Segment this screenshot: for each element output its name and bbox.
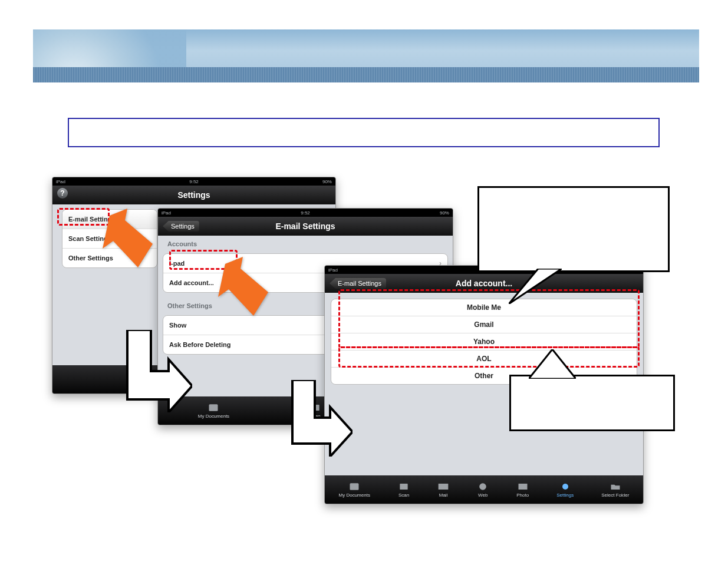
- cell-label: Other: [475, 372, 493, 380]
- tab-label: Select Folder: [601, 492, 629, 498]
- provider-aol[interactable]: AOL: [331, 351, 637, 368]
- globe-icon: [477, 482, 489, 491]
- tab-label: My Documents: [198, 414, 229, 419]
- nav-bar: ? Settings: [52, 186, 335, 204]
- status-device: iPad: [328, 267, 338, 273]
- nav-title: Add account...: [456, 279, 512, 288]
- sidebar-item-other-settings[interactable]: Other Settings: [62, 249, 157, 267]
- svg-point-6: [479, 483, 486, 490]
- svg-rect-2: [311, 405, 319, 411]
- status-time: 9:52: [189, 179, 199, 184]
- back-button[interactable]: E-mail Settings: [330, 278, 386, 289]
- status-bar: iPad 9:52 90%: [52, 177, 335, 186]
- provider-gmail[interactable]: Gmail: [331, 316, 637, 333]
- svg-point-8: [562, 484, 568, 490]
- nav-bar: Settings E-mail Settings: [158, 217, 453, 236]
- cell-label: AOL: [476, 355, 491, 363]
- cell-label: Ask Before Deleting: [169, 341, 231, 348]
- sidebar-item-email-settings[interactable]: E-mail Settings: [62, 210, 157, 229]
- callout-tail-icon: [529, 349, 576, 379]
- folder-icon: [610, 482, 621, 491]
- tab-mail[interactable]: Mail: [437, 482, 449, 498]
- documents-icon: [207, 403, 219, 412]
- help-icon[interactable]: ?: [57, 188, 68, 199]
- tab-photo[interactable]: Photo: [516, 482, 529, 498]
- section-header-accounts: Accounts: [158, 236, 453, 249]
- svg-rect-5: [439, 484, 449, 490]
- tab-web[interactable]: Web: [477, 482, 489, 498]
- tab-my-documents[interactable]: My Documents: [339, 482, 370, 498]
- section-title-box: [68, 118, 660, 147]
- callout-known-providers: [477, 186, 670, 272]
- nav-title: E-mail Settings: [275, 222, 335, 231]
- sidebar-label: E-mail Settings: [68, 216, 115, 223]
- banner-pattern-strip: [33, 67, 699, 82]
- photo-icon: [517, 482, 529, 491]
- nav-bar: E-mail Settings Add account...: [325, 274, 643, 293]
- cell-label: Gmail: [474, 320, 493, 329]
- callout-other-provider: [509, 375, 675, 431]
- status-time: 9:52: [301, 210, 310, 216]
- provider-list: Mobile Me Gmail Yahoo AOL Other: [331, 299, 637, 385]
- cell-label: Mobile Me: [467, 303, 501, 312]
- cell-label: i-pad: [169, 260, 185, 267]
- banner-globe-graphic: [33, 29, 186, 70]
- tab-bar: My Documents Scan Mail Web Photo Setting…: [325, 475, 643, 504]
- tab-settings[interactable]: Settings: [556, 482, 574, 498]
- gear-icon: [559, 482, 571, 491]
- documents-icon: [348, 482, 360, 491]
- tab-label: Photo: [516, 492, 529, 498]
- svg-rect-4: [400, 484, 407, 490]
- tab-select-folder[interactable]: Select Folder: [601, 482, 629, 498]
- back-button[interactable]: Settings: [163, 221, 199, 232]
- provider-yahoo[interactable]: Yahoo: [331, 333, 637, 351]
- svg-rect-7: [518, 484, 527, 490]
- scan-icon: [398, 482, 410, 491]
- tab-label: Scan: [398, 492, 409, 498]
- status-bar: iPad 9:52 90%: [158, 209, 453, 217]
- tab-scan[interactable]: Scan: [309, 403, 321, 419]
- tab-scan[interactable]: Scan: [398, 482, 410, 498]
- cell-label: Add account...: [169, 279, 214, 286]
- tab-label: Settings: [556, 492, 574, 498]
- header-banner: [33, 29, 699, 82]
- sidebar-label: Scan Settings: [68, 235, 111, 242]
- sidebar-label: Other Settings: [68, 254, 113, 262]
- tab-label: Mail: [439, 492, 448, 498]
- status-device: iPad: [162, 210, 171, 216]
- cell-label: Show: [169, 322, 186, 329]
- status-device: iPad: [56, 179, 65, 184]
- status-battery: 90%: [322, 179, 332, 184]
- tab-label: Web: [478, 492, 487, 498]
- svg-rect-3: [350, 483, 359, 490]
- status-battery: 90%: [440, 210, 449, 216]
- scan-icon: [309, 403, 321, 412]
- tab-my-documents[interactable]: My Documents: [198, 403, 229, 419]
- svg-rect-1: [209, 404, 218, 411]
- provider-mobile-me[interactable]: Mobile Me: [331, 299, 637, 316]
- mail-icon: [437, 482, 449, 491]
- tab-label: My Documents: [339, 492, 370, 498]
- nav-title: Settings: [177, 190, 210, 200]
- cell-label: Yahoo: [473, 338, 495, 346]
- sidebar-item-scan-settings[interactable]: Scan Settings: [62, 229, 157, 249]
- tab-label: Scan: [310, 414, 321, 419]
- callout-tail-icon: [509, 269, 562, 304]
- settings-sidebar: E-mail Settings Scan Settings Other Sett…: [62, 209, 157, 268]
